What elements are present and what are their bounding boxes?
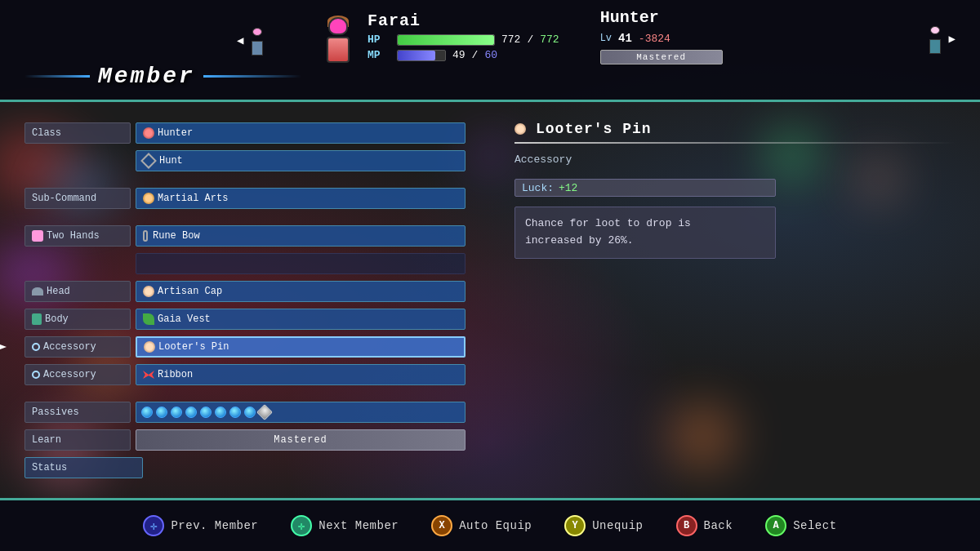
select-label: Select	[793, 519, 836, 532]
cap-icon	[143, 286, 154, 297]
weapon-value-btn[interactable]: Rune Bow	[136, 225, 466, 247]
desc-line1: Chance for loot to drop is	[525, 217, 691, 229]
item-type: Accessory	[514, 153, 956, 166]
character-info-area: Farai HP 772 / 772 MP 49 / 60	[318, 8, 723, 64]
gem-3	[171, 407, 182, 418]
hunter-icon	[143, 127, 154, 139]
auto-equip-label: Auto Equip	[459, 519, 532, 532]
lv-label: Lv	[600, 33, 612, 44]
martial-icon	[143, 193, 154, 204]
stat-value: +12	[559, 182, 577, 194]
next-member-label: Next Member	[318, 519, 399, 532]
auto-equip-btn[interactable]: X Auto Equip	[431, 515, 532, 536]
back-btn[interactable]: B Back	[676, 515, 733, 536]
body-label: Body	[24, 309, 131, 330]
bow-icon	[143, 230, 148, 242]
ribbon-icon	[143, 371, 154, 379]
body-row: Body Gaia Vest	[24, 307, 466, 331]
head-icon	[32, 287, 43, 295]
gem-9-diamond	[256, 404, 273, 420]
right-arrow-icon: ▶	[949, 32, 956, 46]
head-label: Head	[24, 281, 131, 302]
desc-line2: increased by 26%.	[525, 234, 634, 247]
prev-member-label: Prev. Member	[171, 519, 258, 532]
class-info: Hunter Lv 41 -3824 Mastered	[600, 8, 723, 64]
subcommand-row: Sub-Command Martial Arts	[24, 186, 466, 211]
mp-max: 60	[484, 49, 497, 61]
learn-label: Learn	[24, 429, 131, 451]
passive-gems-display	[136, 402, 466, 423]
hunt-command-row: Hunt	[24, 149, 466, 173]
gem-4	[185, 407, 197, 418]
unequip-label: Unequip	[592, 519, 643, 532]
passives-label: Passives	[24, 402, 131, 423]
mp-current: 49	[452, 49, 466, 61]
status-button[interactable]: Status	[24, 457, 143, 478]
pick-icon	[140, 153, 157, 169]
gem-2	[156, 407, 167, 418]
right-panel: Looter's Pin Accessory Luck: +12 Chance …	[490, 104, 980, 498]
mastered-bar: Mastered	[600, 50, 723, 64]
vest-icon	[143, 313, 154, 325]
weapon-slot2-row	[24, 251, 466, 276]
hp-max: 772	[540, 33, 559, 46]
next-char-nav[interactable]: ▶	[926, 23, 956, 54]
exp-value: -3824	[639, 33, 670, 45]
pin-icon	[144, 341, 155, 353]
character-name: Farai	[368, 11, 559, 30]
page-title: Member	[98, 64, 195, 89]
y-button-icon: Y	[564, 515, 586, 536]
a-button-icon: A	[765, 515, 786, 536]
gem-6	[215, 407, 226, 418]
next-member-icon: ✛	[291, 515, 312, 536]
subcommand-value-btn[interactable]: Martial Arts	[136, 188, 466, 209]
selection-cursor	[0, 341, 8, 353]
accessory1-row: Accessory Looter's Pin	[24, 335, 466, 359]
item-divider	[514, 142, 956, 144]
body-value-btn[interactable]: Gaia Vest	[136, 309, 466, 330]
prev-member-icon: ✛	[143, 515, 164, 536]
prev-member-btn[interactable]: ✛ Prev. Member	[143, 515, 258, 536]
item-icon	[514, 123, 526, 135]
body-icon	[32, 313, 42, 325]
status-row: Status	[24, 455, 466, 480]
item-name: Looter's Pin	[536, 121, 652, 137]
acc1-icon	[32, 343, 40, 351]
learn-row: Learn Mastered	[24, 428, 466, 452]
bottom-bar: ✛ Prev. Member ✛ Next Member X Auto Equi…	[0, 498, 980, 551]
passives-row: Passives	[24, 400, 466, 424]
subcommand-label: Sub-Command	[24, 188, 131, 209]
learn-mastered-display: Mastered	[136, 429, 466, 451]
character-sprite	[318, 11, 358, 63]
weapon-slot2-btn[interactable]	[136, 253, 466, 274]
gem-8	[244, 407, 256, 418]
level-value: 41	[618, 32, 632, 45]
left-arrow-icon: ◀	[237, 33, 243, 47]
class-row: Class Hunter	[24, 121, 466, 145]
accessory2-row: Accessory Ribbon	[24, 362, 466, 387]
unequip-btn[interactable]: Y Unequip	[564, 515, 643, 536]
gem-7	[229, 407, 241, 418]
prev-char-nav[interactable]: ◀	[237, 24, 266, 56]
select-btn[interactable]: A Select	[765, 515, 836, 536]
left-panel: Class Hunter Hunt Sub-Command Martial Ar	[0, 104, 490, 498]
back-label: Back	[704, 519, 733, 532]
class-value-btn[interactable]: Hunter	[136, 122, 466, 144]
item-name-row: Looter's Pin	[514, 121, 956, 137]
head-value-btn[interactable]: Artisan Cap	[136, 281, 466, 302]
item-stat-box: Luck: +12	[514, 179, 776, 197]
weapon-row: Two Hands Rune Bow	[24, 224, 466, 248]
hunt-command-btn[interactable]: Hunt	[136, 150, 466, 171]
head-row: Head Artisan Cap	[24, 279, 466, 304]
next-member-btn[interactable]: ✛ Next Member	[291, 515, 399, 536]
acc1-value-btn[interactable]: Looter's Pin	[136, 336, 466, 358]
hp-current: 772	[501, 33, 520, 46]
hand-icon	[32, 230, 43, 242]
acc2-value-btn[interactable]: Ribbon	[136, 364, 466, 385]
gem-5	[200, 407, 212, 418]
item-description: Chance for loot to drop is increased by …	[514, 207, 776, 259]
x-button-icon: X	[431, 515, 452, 536]
b-button-icon: B	[676, 515, 697, 536]
mp-bar	[397, 50, 446, 61]
hp-bar	[397, 34, 495, 46]
